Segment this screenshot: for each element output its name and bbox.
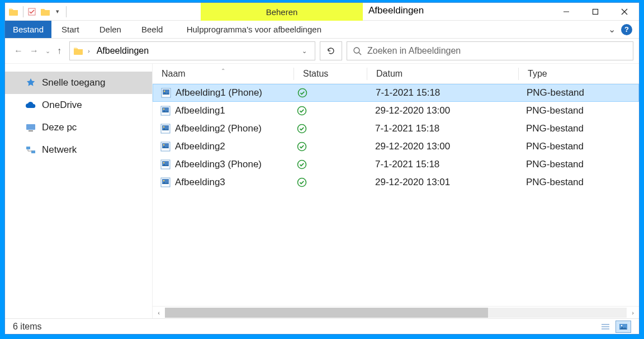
titlebar: ▾ Beheren Afbeeldingen bbox=[5, 3, 639, 21]
up-button[interactable]: ↑ bbox=[57, 46, 61, 56]
properties-icon[interactable] bbox=[28, 8, 36, 16]
image-file-icon bbox=[160, 159, 171, 170]
breadcrumb[interactable]: Afbeeldingen bbox=[94, 46, 151, 56]
image-file-icon bbox=[160, 124, 171, 134]
status-synced-icon bbox=[297, 124, 307, 134]
sidebar-item-label: Deze pc bbox=[42, 122, 77, 133]
scroll-right-icon[interactable]: › bbox=[627, 308, 639, 318]
image-file-icon bbox=[160, 142, 171, 152]
svg-rect-9 bbox=[26, 147, 30, 149]
file-row[interactable]: Afbeelding1 (Phone)7-1-2021 15:18PNG-bes… bbox=[153, 84, 639, 102]
status-synced-icon bbox=[297, 177, 307, 187]
item-count: 6 items bbox=[13, 322, 42, 332]
content-pane: ⌃ Naam Status Datum Type Afbeelding1 (Ph… bbox=[153, 64, 639, 318]
sidebar-item-network[interactable]: Netwerk bbox=[5, 139, 152, 161]
image-file-icon bbox=[160, 177, 171, 187]
ribbon-expand-icon[interactable]: ⌄ bbox=[608, 24, 615, 35]
address-dropdown-icon[interactable]: ⌄ bbox=[297, 48, 311, 55]
columns-header: ⌃ Naam Status Datum Type bbox=[153, 64, 639, 84]
sort-asc-icon: ⌃ bbox=[221, 68, 225, 74]
separator bbox=[66, 6, 67, 17]
tab-picture-tools[interactable]: Hulpprogramma's voor afbeeldingen bbox=[173, 21, 335, 38]
image-file-icon bbox=[161, 88, 171, 98]
file-row[interactable]: Afbeelding329-12-2020 13:01PNG-bestand bbox=[153, 173, 639, 191]
svg-rect-2 bbox=[593, 10, 598, 15]
file-row[interactable]: Afbeelding3 (Phone)7-1-2021 15:18PNG-bes… bbox=[153, 156, 639, 173]
search-placeholder: Zoeken in Afbeeldingen bbox=[367, 46, 461, 56]
maximize-button[interactable] bbox=[581, 3, 610, 21]
svg-point-33 bbox=[163, 180, 165, 182]
nav-arrows: ← → ⌄ ↑ bbox=[11, 46, 65, 56]
svg-point-39 bbox=[621, 324, 623, 326]
sidebar-item-onedrive[interactable]: OneDrive bbox=[5, 94, 152, 116]
file-name: Afbeelding1 bbox=[175, 105, 225, 116]
sidebar-item-this-pc[interactable]: Deze pc bbox=[5, 116, 152, 139]
file-name: Afbeelding2 (Phone) bbox=[175, 123, 262, 134]
chevron-right-icon[interactable]: › bbox=[87, 48, 91, 54]
search-input[interactable]: Zoeken in Afbeeldingen bbox=[347, 41, 633, 60]
horizontal-scrollbar[interactable]: ‹ › bbox=[153, 306, 639, 318]
column-status[interactable]: Status bbox=[294, 69, 367, 79]
svg-rect-7 bbox=[26, 124, 35, 130]
minimize-button[interactable] bbox=[552, 3, 581, 21]
file-name: Afbeelding3 (Phone) bbox=[175, 159, 262, 170]
nav-toolbar: ← → ⌄ ↑ › Afbeeldingen ⌄ Zoeken in Afbee… bbox=[5, 39, 639, 63]
explorer-window: ▾ Beheren Afbeeldingen Bestand Start Del… bbox=[4, 2, 640, 335]
file-row[interactable]: Afbeelding2 (Phone)7-1-2021 15:18PNG-bes… bbox=[153, 120, 639, 138]
tab-file[interactable]: Bestand bbox=[5, 21, 51, 38]
status-synced-icon bbox=[297, 88, 307, 98]
qat: ▾ bbox=[5, 3, 70, 20]
recent-dropdown-icon[interactable]: ⌄ bbox=[45, 48, 50, 55]
file-type: PNG-bestand bbox=[517, 141, 639, 152]
tab-view[interactable]: Beeld bbox=[131, 21, 173, 38]
qat-dropdown-icon[interactable]: ▾ bbox=[54, 8, 61, 16]
file-date: 29-12-2020 13:00 bbox=[366, 105, 517, 116]
svg-point-13 bbox=[164, 91, 165, 92]
view-thumbnails-button[interactable] bbox=[615, 321, 631, 333]
file-type: PNG-bestand bbox=[517, 159, 639, 170]
column-type[interactable]: Type bbox=[519, 69, 639, 79]
scroll-left-icon[interactable]: ‹ bbox=[153, 308, 165, 318]
nav-pane: Snelle toegang OneDrive Deze pc Netwerk bbox=[5, 64, 153, 318]
refresh-button[interactable] bbox=[320, 41, 342, 60]
file-type: PNG-bestand bbox=[518, 87, 638, 98]
sidebar-item-quick-access[interactable]: Snelle toegang bbox=[5, 72, 152, 94]
file-row[interactable]: Afbeelding229-12-2020 13:00PNG-bestand bbox=[153, 138, 639, 156]
svg-rect-8 bbox=[29, 130, 33, 131]
svg-line-6 bbox=[359, 53, 361, 55]
ribbon-tabs: Bestand Start Delen Beeld Hulpprogramma'… bbox=[5, 21, 639, 39]
back-button[interactable]: ← bbox=[14, 46, 23, 56]
view-toggles bbox=[598, 321, 631, 333]
file-list[interactable]: Afbeelding1 (Phone)7-1-2021 15:18PNG-bes… bbox=[153, 84, 639, 306]
contextual-tab-header: Beheren bbox=[201, 3, 363, 21]
new-folder-icon[interactable] bbox=[40, 7, 50, 16]
file-name: Afbeelding2 bbox=[175, 141, 225, 152]
file-row[interactable]: Afbeelding129-12-2020 13:00PNG-bestand bbox=[153, 102, 639, 120]
scroll-track[interactable] bbox=[165, 308, 627, 318]
file-date: 7-1-2021 15:18 bbox=[366, 159, 517, 170]
column-label: Naam bbox=[162, 69, 186, 78]
forward-button[interactable]: → bbox=[30, 46, 39, 56]
column-name[interactable]: ⌃ Naam bbox=[153, 69, 293, 79]
scroll-thumb[interactable] bbox=[165, 308, 488, 318]
file-date: 7-1-2021 15:18 bbox=[366, 123, 517, 134]
computer-icon bbox=[25, 123, 36, 133]
view-details-button[interactable] bbox=[598, 321, 613, 333]
status-synced-icon bbox=[297, 159, 307, 170]
sidebar-item-label: Netwerk bbox=[42, 144, 77, 156]
svg-point-29 bbox=[163, 162, 165, 164]
tab-home[interactable]: Start bbox=[51, 21, 89, 38]
search-icon bbox=[353, 46, 362, 55]
column-date[interactable]: Datum bbox=[367, 69, 518, 79]
svg-point-17 bbox=[163, 109, 165, 110]
tab-share[interactable]: Delen bbox=[89, 21, 131, 38]
close-button[interactable] bbox=[610, 3, 639, 21]
file-type: PNG-bestand bbox=[517, 123, 639, 134]
help-icon[interactable]: ? bbox=[621, 24, 632, 35]
address-bar[interactable]: › Afbeeldingen ⌄ bbox=[69, 41, 315, 60]
body: Snelle toegang OneDrive Deze pc Netwerk bbox=[5, 63, 639, 318]
window-title: Afbeeldingen bbox=[368, 5, 424, 16]
sidebar-item-label: Snelle toegang bbox=[42, 77, 105, 88]
statusbar: 6 items bbox=[5, 318, 639, 334]
folder-icon bbox=[73, 46, 83, 55]
